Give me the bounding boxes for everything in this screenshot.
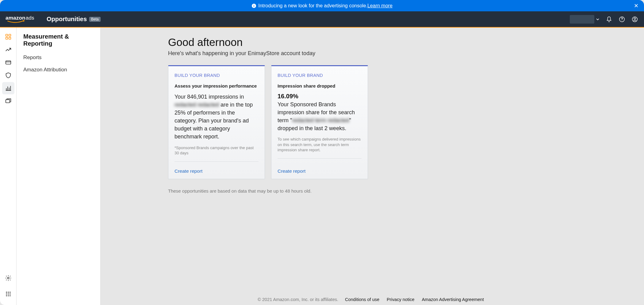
svg-point-23: [10, 295, 10, 296]
nav-reports-icon[interactable]: [2, 82, 14, 94]
info-icon: i: [251, 3, 256, 8]
subnav-item-reports[interactable]: Reports: [17, 51, 100, 64]
beta-badge: Beta: [89, 17, 101, 22]
svg-rect-9: [9, 34, 10, 36]
svg-point-21: [6, 295, 7, 296]
svg-rect-12: [6, 61, 11, 64]
card-eyebrow: BUILD YOUR BRAND: [174, 73, 259, 78]
opportunity-card-impression-performance: BUILD YOUR BRAND Assess your impression …: [168, 65, 265, 179]
account-name-redacted: [570, 15, 594, 24]
card-footnote: *Sponsored Brands campaigns over the pas…: [174, 145, 259, 156]
card-body: Your 846,901 impressions in redacted red…: [174, 93, 259, 141]
divider: [278, 158, 362, 159]
card-body: Your Sponsored Brands impression share f…: [278, 100, 362, 132]
greeting-title: Good afternoon: [168, 36, 564, 48]
svg-point-17: [10, 292, 10, 293]
sub-nav: Measurement & Reporting Reports Amazon A…: [17, 28, 101, 305]
create-report-link[interactable]: Create report: [278, 165, 362, 174]
notifications-icon[interactable]: [605, 16, 613, 23]
redacted-text: redacted term: [292, 117, 326, 123]
top-nav: amazon ads Opportunities Beta: [0, 11, 644, 28]
subnav-item-attribution[interactable]: Amazon Attribution: [17, 64, 100, 76]
divider: [174, 161, 259, 162]
settings-icon[interactable]: [2, 272, 14, 284]
chevron-down-icon: [596, 17, 600, 21]
footer-link-conditions[interactable]: Conditions of use: [345, 297, 379, 302]
svg-point-5: [622, 20, 622, 21]
banner-learn-more-link[interactable]: Learn more: [367, 3, 393, 9]
create-report-link[interactable]: Create report: [174, 165, 259, 174]
redacted-text: redacted: [328, 117, 349, 123]
brand-logo[interactable]: amazon ads: [6, 14, 36, 24]
svg-text:i: i: [254, 4, 255, 8]
card-eyebrow: BUILD YOUR BRAND: [278, 73, 362, 78]
card-body-text: Your 846,901 impressions in: [174, 94, 244, 100]
nav-security-icon[interactable]: [2, 69, 14, 81]
svg-rect-10: [6, 37, 7, 39]
card-title: Impression share dropped: [278, 83, 362, 88]
svg-point-22: [8, 295, 9, 296]
svg-text:ads: ads: [26, 15, 34, 21]
footer-link-agreement[interactable]: Amazon Advertising Agreement: [422, 297, 484, 302]
greeting-subtitle: Here's what's happening in your EnimaySt…: [168, 50, 564, 57]
card-metric: 16.09%: [278, 93, 362, 100]
svg-point-15: [6, 292, 7, 293]
svg-point-18: [6, 293, 7, 294]
left-icon-rail: [0, 28, 17, 305]
svg-point-19: [8, 293, 9, 294]
redacted-text: redacted: [197, 102, 219, 108]
page-section-label: Opportunities: [47, 16, 87, 23]
profile-icon[interactable]: [631, 16, 638, 23]
card-footnote: To see which campaigns delivered impress…: [278, 137, 362, 153]
main-content: Good afternoon Here's what's happening i…: [101, 28, 644, 305]
card-title: Assess your impression performance: [174, 83, 259, 88]
page-footer: © 2021 Amazon.com, Inc. or its affiliate…: [101, 297, 644, 302]
redacted-text: redacted: [174, 102, 196, 108]
close-icon[interactable]: ✕: [634, 2, 638, 9]
svg-text:amazon: amazon: [6, 15, 25, 21]
svg-point-14: [7, 277, 9, 279]
svg-rect-11: [9, 37, 10, 39]
svg-point-20: [10, 293, 10, 294]
svg-rect-8: [6, 34, 7, 36]
announcement-banner: i Introducing a new look for the adverti…: [0, 0, 644, 11]
nav-dashboard-icon[interactable]: [2, 31, 14, 43]
subnav-header: Measurement & Reporting: [17, 31, 100, 51]
help-icon[interactable]: [618, 16, 626, 23]
opportunity-card-impression-share: BUILD YOUR BRAND Impression share droppe…: [271, 65, 368, 179]
svg-rect-13: [6, 100, 10, 103]
nav-library-icon[interactable]: [2, 95, 14, 107]
svg-point-7: [634, 17, 636, 19]
data-freshness-note: These opportunities are based on data th…: [168, 188, 564, 194]
footer-link-privacy[interactable]: Privacy notice: [387, 297, 414, 302]
nav-trend-icon[interactable]: [2, 43, 14, 56]
banner-text: Introducing a new look for the advertisi…: [258, 3, 367, 9]
svg-point-16: [8, 292, 9, 293]
account-switcher[interactable]: [570, 15, 600, 24]
apps-grid-icon[interactable]: [2, 288, 14, 300]
nav-billing-icon[interactable]: [2, 56, 14, 69]
copyright-text: © 2021 Amazon.com, Inc. or its affiliate…: [258, 297, 338, 302]
